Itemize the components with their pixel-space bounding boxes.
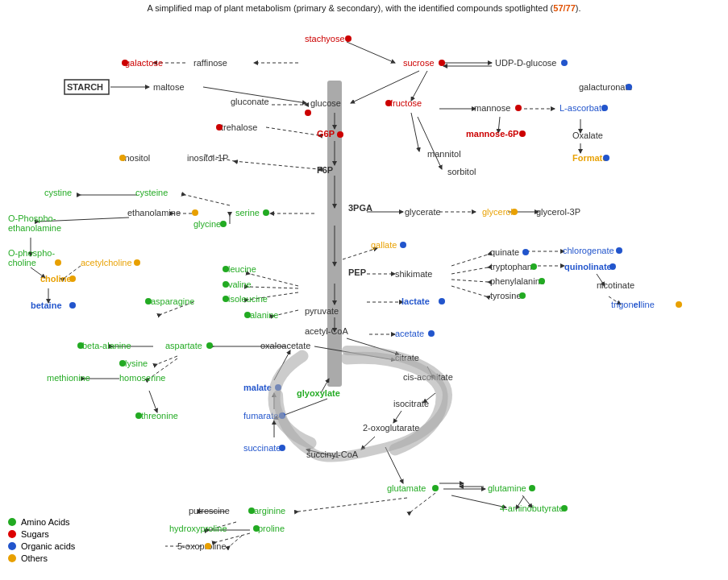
svg-point-133: [248, 508, 255, 514]
udp-glucose-label: UDP-D-glucose: [495, 58, 556, 68]
succinylcoa-label: succinyl-CoA: [306, 450, 359, 459]
5-oxoproline-label: 5-oxoproline: [177, 541, 227, 551]
svg-line-41: [451, 267, 488, 274]
leucine-label: leucine: [228, 264, 256, 274]
svg-line-79: [298, 498, 407, 512]
oxalate-label: Oxalate: [572, 130, 603, 140]
quinolinate-label: quinolinate: [564, 262, 612, 271]
o-phospho-choline-label2: choline: [8, 258, 36, 267]
svg-line-15: [234, 161, 318, 169]
quinate-label: quinate: [490, 247, 519, 257]
fructose-label: fructose: [390, 98, 422, 108]
hydroxyproline-label: hydroxyproline: [169, 524, 227, 533]
svg-line-1: [347, 42, 395, 63]
svg-line-138: [411, 493, 435, 512]
raffinose-label: raffinose: [193, 58, 227, 68]
trehalose-label: trehalose: [221, 122, 257, 132]
arginine-label: arginine: [254, 506, 285, 516]
mannose-label: mannose: [474, 103, 510, 113]
sorbitol-label: sorbitol: [447, 167, 476, 176]
galactose-label: galactose: [125, 58, 163, 68]
svg-point-86: [122, 60, 128, 66]
organic-acids-dot: [8, 542, 16, 550]
o-phospho-ethanolamine-label2: ethanolamine: [8, 223, 61, 233]
threonine-label: threonine: [141, 411, 178, 420]
svg-line-72: [149, 391, 157, 412]
formate-label: Formate: [572, 153, 607, 163]
svg-line-7: [411, 71, 427, 101]
methionine-label: methionine: [47, 373, 90, 383]
gallate-label: gallate: [371, 240, 397, 250]
svg-point-92: [515, 105, 522, 111]
inositol-label: inositol: [123, 153, 150, 163]
chlorogenate-label: chlorogenate: [563, 246, 614, 255]
cysteine-label: cysteine: [135, 188, 168, 197]
proline-label: proline: [258, 524, 285, 533]
svg-point-93: [601, 105, 608, 111]
glucose-label: glucose: [310, 98, 341, 108]
ethanolamine-label: ethanolamine: [127, 208, 181, 218]
sucrose-label: sucrose: [403, 58, 435, 68]
glutamate-label: glutamate: [387, 483, 426, 493]
mannitol-label: mannitol: [427, 149, 461, 159]
amino-acids-label: Amino Acids: [21, 517, 70, 527]
svg-line-61: [393, 411, 401, 423]
svg-point-125: [119, 360, 126, 367]
legend: Amino Acids Sugars Organic acids Others: [8, 517, 75, 566]
svg-line-77: [451, 495, 506, 508]
acetylcoa-label: acetyl-CoA: [305, 326, 348, 336]
aspartate-label: aspartate: [165, 341, 202, 350]
putrescine-label: putrescine: [189, 506, 230, 516]
organic-acids-label: Organic acids: [21, 541, 75, 551]
svg-point-110: [530, 263, 537, 270]
svg-point-114: [609, 263, 616, 270]
sugars-label: Sugars: [21, 529, 49, 539]
svg-line-13: [266, 127, 318, 135]
o-phospho-choline-label: O-phospho-: [8, 248, 55, 258]
2-oxoglutarate-label: 2-oxoglutarate: [363, 423, 419, 433]
svg-point-113: [616, 247, 622, 254]
g6p-label: G6P: [317, 129, 335, 139]
svg-point-90: [305, 110, 311, 116]
legend-organic-acids: Organic acids: [8, 541, 75, 551]
svg-point-109: [522, 249, 529, 255]
svg-point-122: [428, 330, 435, 337]
svg-point-91: [385, 100, 392, 106]
svg-point-97: [519, 130, 526, 137]
svg-point-98: [603, 155, 609, 161]
svg-point-132: [561, 505, 568, 512]
homoserine-label: homoserine: [119, 373, 165, 383]
svg-line-43: [451, 280, 488, 282]
acetylcholine-label: acetylcholine: [81, 258, 132, 267]
malate-label: malate: [243, 383, 272, 392]
svg-point-111: [539, 278, 545, 284]
l-ascorbate-label: L-ascorbate: [560, 103, 606, 113]
svg-line-69: [157, 356, 177, 364]
svg-point-100: [192, 209, 198, 216]
svg-line-18: [418, 117, 442, 169]
stachyose-label: stachyose: [305, 34, 345, 44]
valine-label: valine: [228, 280, 252, 289]
tryptophan-label: tryptophan: [490, 262, 532, 271]
svg-point-135: [205, 543, 211, 549]
legend-others: Others: [8, 553, 75, 563]
glycerol3p-label: glycerol-3P: [536, 207, 580, 217]
others-dot: [8, 554, 16, 562]
nicotinate-label: nicotinate: [597, 280, 634, 290]
svg-point-87: [439, 60, 445, 66]
svg-point-95: [216, 124, 223, 130]
tyrosine-label: tyrosine: [490, 291, 522, 300]
beta-alanine-label: beta-alanine: [82, 341, 131, 350]
maltose-label: maltose: [153, 82, 185, 92]
svg-point-99: [119, 155, 126, 161]
lactate-label: lactate: [401, 296, 430, 306]
acetate-label: acetate: [395, 329, 424, 338]
svg-point-88: [561, 60, 568, 66]
glutamine-label: glutamine: [488, 483, 526, 493]
svg-point-124: [77, 342, 84, 349]
svg-point-130: [432, 485, 439, 491]
pep-label: PEP: [348, 267, 366, 277]
isoleucine-label: isoleucine: [228, 294, 268, 304]
svg-point-101: [263, 209, 269, 216]
svg-point-112: [519, 292, 526, 299]
